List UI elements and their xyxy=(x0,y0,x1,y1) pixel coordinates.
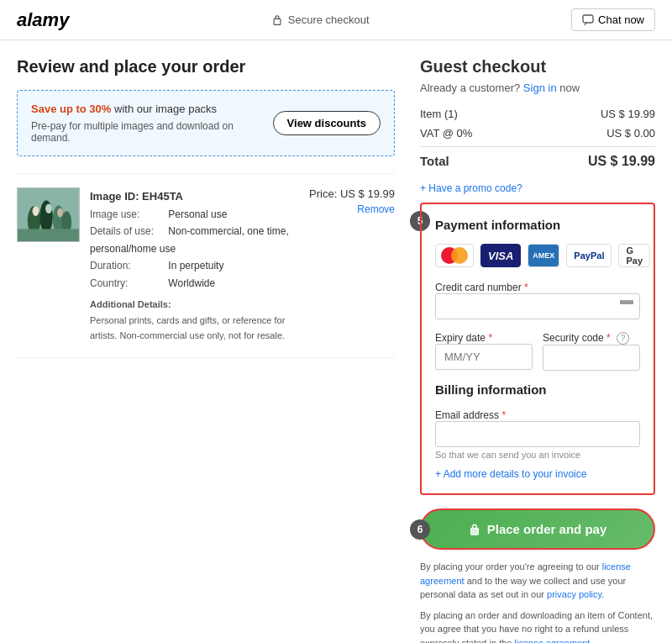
guest-title: Guest checkout xyxy=(420,57,655,76)
svg-point-8 xyxy=(45,203,52,213)
item-label: Item (1) xyxy=(420,108,458,120)
visa-card-icon: VISA xyxy=(480,244,521,267)
view-discounts-button[interactable]: View discounts xyxy=(273,111,381,135)
email-field-wrap: Email address * So that we can send you … xyxy=(435,408,640,460)
vat-label: VAT @ 0% xyxy=(420,127,472,140)
credit-card-field-wrap: Credit card number * ▬ xyxy=(435,281,640,319)
item-id: Image ID: EH45TA xyxy=(90,187,299,206)
svg-point-7 xyxy=(33,206,39,216)
image-use-value: Personal use xyxy=(168,208,227,220)
security-help-icon[interactable]: ? xyxy=(617,332,629,345)
add-invoice-link[interactable]: + Add more details to your invoice xyxy=(435,468,640,480)
amex-card-icon: AMEX xyxy=(528,244,559,267)
vat-price: US $ 0.00 xyxy=(606,127,655,140)
item-price: Price: US $ 19.99 xyxy=(309,187,395,200)
svg-rect-10 xyxy=(18,229,79,241)
chat-now-button[interactable]: Chat now xyxy=(571,8,655,31)
item-details: Image ID: EH45TA Image use: Personal use… xyxy=(90,187,299,344)
additional-details-text: Personal prints, cards and gifts, or ref… xyxy=(90,315,285,341)
details-of-use-row: Details of use: Non-commercial, one time… xyxy=(90,223,299,257)
main-content: Review and place your order Save up to 3… xyxy=(0,40,672,643)
item-price-summary: US $ 19.99 xyxy=(601,108,655,120)
country-label: Country: xyxy=(90,275,165,292)
gpay-icon: G Pay xyxy=(618,244,650,267)
required-marker: * xyxy=(524,282,528,293)
email-input[interactable] xyxy=(435,421,640,447)
details-of-use-label: Details of use: xyxy=(90,223,165,240)
svg-rect-1 xyxy=(583,15,593,23)
total-amount: US $ 19.99 xyxy=(588,154,655,169)
item-summary-row: Item (1) US $ 19.99 xyxy=(420,104,655,124)
discount-highlight: Save up to 30% xyxy=(31,103,111,115)
paypal-icon: PayPal xyxy=(566,244,612,267)
image-use-label: Image use: xyxy=(90,206,165,223)
left-column: Review and place your order Save up to 3… xyxy=(17,57,395,643)
order-summary: Item (1) US $ 19.99 VAT @ 0% US $ 0.00 T… xyxy=(420,104,655,172)
payment-title: Payment information xyxy=(435,218,640,232)
legal-1-prefix: By placing your order you're agreeing to… xyxy=(420,561,602,572)
secure-checkout: Secure checkout xyxy=(271,13,370,26)
duration-value: In perpetuity xyxy=(168,260,223,271)
expiry-label: Expiry date * xyxy=(435,332,492,344)
discount-text: Save up to 30% with our image packs Pre-… xyxy=(31,103,260,144)
mastercard-icon xyxy=(435,244,474,267)
country-value: Worldwide xyxy=(168,277,215,289)
security-required: * xyxy=(606,332,611,344)
discount-box: Save up to 30% with our image packs Pre-… xyxy=(17,90,395,156)
email-hint: So that we can send you an invoice xyxy=(435,450,640,460)
item-image xyxy=(18,188,79,241)
remove-link[interactable]: Remove xyxy=(309,203,395,215)
place-order-button[interactable]: Place order and pay xyxy=(420,509,655,550)
sign-in-link[interactable]: Sign in xyxy=(523,82,557,94)
expiry-field-wrap: Expiry date * xyxy=(435,331,533,371)
email-label: Email address * xyxy=(435,409,506,421)
svg-rect-11 xyxy=(470,528,478,535)
security-label-text: Security code xyxy=(543,332,604,344)
country-row: Country: Worldwide xyxy=(90,275,299,292)
expiry-label-text: Expiry date xyxy=(435,332,486,344)
price-label: Price: xyxy=(309,187,337,200)
license-link-2[interactable]: license agreement xyxy=(515,638,591,644)
sign-in-suffix: now xyxy=(559,82,580,94)
mc-orange-circle xyxy=(451,247,468,264)
header: alamy Secure checkout Chat now xyxy=(0,0,672,40)
expiry-security-row: Expiry date * Security code * ? xyxy=(435,331,640,371)
total-row: Total US $ 19.99 xyxy=(420,146,655,172)
discount-description: Pre-pay for multiple images and download… xyxy=(31,120,260,144)
place-order-wrap: 6 Place order and pay xyxy=(420,509,655,550)
order-item-row: Image ID: EH45TA Image use: Personal use… xyxy=(17,173,395,358)
duration-row: Duration: In perpetuity xyxy=(90,257,299,274)
privacy-link[interactable]: privacy policy xyxy=(547,589,601,599)
security-code-input[interactable] xyxy=(543,345,640,371)
additional-details-label: Additional Details: xyxy=(90,299,171,309)
already-customer-text: Already a customer? xyxy=(420,82,520,94)
item-price-column: Price: US $ 19.99 Remove xyxy=(309,187,395,215)
duration-label: Duration: xyxy=(90,257,165,274)
additional-details-section: Additional Details: Personal prints, car… xyxy=(90,297,299,344)
payment-section-wrap: 5 Payment information VISA AMEX PayPal G… xyxy=(420,203,655,495)
legal-2-suffix: . xyxy=(590,638,592,644)
credit-card-label-text: Credit card number xyxy=(435,282,522,293)
card-input-icon: ▬ xyxy=(620,293,633,308)
expiry-input[interactable] xyxy=(435,344,533,370)
item-thumbnail xyxy=(17,187,80,242)
price-value: US $ 19.99 xyxy=(340,187,395,200)
vat-row: VAT @ 0% US $ 0.00 xyxy=(420,124,655,143)
payment-section: Payment information VISA AMEX PayPal G P… xyxy=(420,203,655,495)
security-field-wrap: Security code * ? xyxy=(543,331,640,371)
discount-subtext: with our image packs xyxy=(114,103,217,115)
chat-button-label: Chat now xyxy=(598,13,644,26)
secure-checkout-label: Secure checkout xyxy=(288,13,370,26)
legal-text: By placing your order you're agreeing to… xyxy=(420,560,655,643)
total-label: Total xyxy=(420,154,449,169)
lock-icon xyxy=(271,14,283,26)
logo: alamy xyxy=(17,9,69,31)
svg-rect-0 xyxy=(274,18,281,24)
credit-card-input[interactable] xyxy=(435,293,640,319)
promo-code-link[interactable]: + Have a promo code? xyxy=(420,182,655,194)
step-6-circle: 6 xyxy=(410,519,430,540)
place-order-label: Place order and pay xyxy=(487,522,607,536)
right-column: Guest checkout Already a customer? Sign … xyxy=(420,57,655,643)
payment-icons: VISA AMEX PayPal G Pay xyxy=(435,244,640,267)
signin-row: Already a customer? Sign in now xyxy=(420,82,655,94)
